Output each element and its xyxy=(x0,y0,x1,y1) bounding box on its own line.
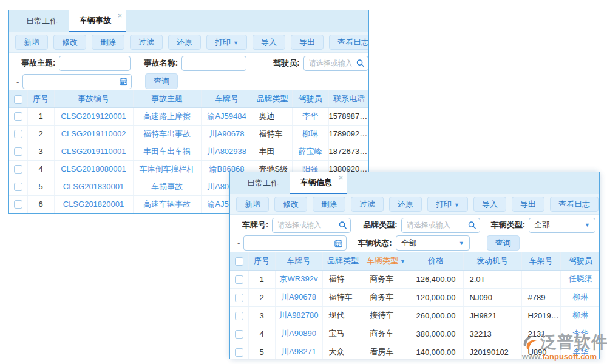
plate-link[interactable]: 川A90890 xyxy=(275,325,322,343)
view-log-button[interactable]: 查看日志 xyxy=(329,35,369,50)
vehicle-status-select[interactable]: 全部 ▼ xyxy=(396,235,470,251)
export-button[interactable]: 导出 xyxy=(512,197,544,212)
driver-link[interactable]: 柳琳 xyxy=(292,125,328,143)
row-checkbox[interactable] xyxy=(14,112,22,121)
filter-button[interactable]: 过滤 xyxy=(351,197,384,212)
filter-caret-icon[interactable]: ▼ xyxy=(400,258,405,265)
search-icon[interactable] xyxy=(356,59,364,67)
vehicle-type-select[interactable]: 全部 ▼ xyxy=(529,218,595,233)
edit-button[interactable]: 修改 xyxy=(274,197,307,212)
plate-label: 车牌号: xyxy=(242,220,268,231)
restore-button[interactable]: 还原 xyxy=(389,197,422,212)
tab-daily-work[interactable]: 日常工作 xyxy=(15,10,69,32)
driver-link[interactable]: 薛宝峰 xyxy=(292,143,328,160)
import-button[interactable]: 导入 xyxy=(253,35,285,50)
tab-vehicle-accident[interactable]: 车辆事故 × xyxy=(69,10,126,32)
add-button[interactable]: 新增 xyxy=(236,197,269,212)
query-button[interactable]: 查询 xyxy=(145,73,178,89)
row-checkbox[interactable] xyxy=(235,294,243,302)
plate-link[interactable]: 川A90678 xyxy=(275,288,322,306)
subject-link[interactable]: 高速路上摩擦 xyxy=(133,107,201,125)
calendar-icon[interactable] xyxy=(334,239,342,247)
driver-link[interactable]: 李华 xyxy=(560,343,600,359)
accident-no-link[interactable]: CLSG2018080001 xyxy=(54,160,133,178)
table-row[interactable]: 3 CLSG2019110001 丰田车出车祸 川A802938 丰田 薛宝峰 … xyxy=(9,143,369,160)
accident-name-input[interactable] xyxy=(181,56,246,71)
close-icon[interactable]: × xyxy=(339,174,343,181)
add-button[interactable]: 新增 xyxy=(15,35,48,50)
col-brand: 品牌类型 xyxy=(322,252,364,270)
filter-button[interactable]: 过滤 xyxy=(130,35,163,50)
row-checkbox[interactable] xyxy=(14,183,22,191)
table-row[interactable]: 2 川A90678 福特车 商务车 120,000.00 NJ090 #789 … xyxy=(230,288,600,306)
row-checkbox[interactable] xyxy=(235,348,243,357)
tab-vehicle-info[interactable]: 车辆信息 × xyxy=(290,172,347,194)
select-all-checkbox[interactable] xyxy=(14,95,22,104)
row-checkbox[interactable] xyxy=(235,312,243,320)
row-checkbox[interactable] xyxy=(235,275,243,284)
select-all-checkbox[interactable] xyxy=(235,257,243,266)
accident-table-header: 序号 事故编号 事故主题 车牌号 品牌类型 驾驶员 联系电话 xyxy=(9,90,369,107)
subject-input[interactable] xyxy=(59,56,130,71)
col-driver: 驾驶员 xyxy=(292,90,328,107)
print-button[interactable]: 打印▼ xyxy=(427,197,468,212)
vehicle-filters: 车牌号: 品牌类型: 车辆类型: 全部 ▼ xyxy=(230,215,599,252)
subject-link[interactable]: 车损事故 xyxy=(133,178,201,195)
row-checkbox[interactable] xyxy=(14,200,22,209)
table-row[interactable]: 3 川A982780 现代 接待车 260,000.00 JH9821 H201… xyxy=(230,306,600,325)
calendar-icon[interactable] xyxy=(120,78,127,86)
search-icon[interactable] xyxy=(339,221,347,229)
export-button[interactable]: 导出 xyxy=(291,35,324,50)
col-phone: 联系电话 xyxy=(328,90,369,107)
accident-tabbar: 日常工作 车辆事故 × xyxy=(9,10,368,32)
row-checkbox[interactable] xyxy=(14,130,22,138)
accident-no-link[interactable]: CLSG2019110001 xyxy=(54,143,133,160)
edit-button[interactable]: 修改 xyxy=(53,35,86,50)
vehicle-window: 日常工作 车辆信息 × 新增 修改 删除 过滤 还原 打印▼ 导入 导出 查看日… xyxy=(229,172,600,359)
driver-link[interactable]: 柳琳 xyxy=(560,288,600,306)
plate-link[interactable]: 川A802938 xyxy=(201,143,253,160)
print-button[interactable]: 打印▼ xyxy=(206,35,247,50)
search-icon[interactable] xyxy=(468,221,476,229)
plate-link[interactable]: 京WR392v xyxy=(275,270,322,288)
row-checkbox[interactable] xyxy=(235,330,243,339)
vehicle-date-input[interactable] xyxy=(243,235,347,251)
close-icon[interactable]: × xyxy=(118,12,122,19)
driver-link[interactable]: 李华 xyxy=(292,107,328,125)
plate-link[interactable]: 川A90678 xyxy=(201,125,253,143)
driver-link[interactable]: 任晓渠 xyxy=(560,270,600,288)
plate-link[interactable]: 渝AJ59484 xyxy=(201,107,253,125)
table-row[interactable]: 4 川A90890 宝马 商务车 380,000.00 32213 2131 李… xyxy=(230,325,600,343)
query-button[interactable]: 查询 xyxy=(487,235,520,251)
table-row[interactable]: 2 CLSG2019110002 福特车出事故 川A90678 福特车 柳琳 1… xyxy=(9,125,369,143)
plate-link[interactable]: 川A982780 xyxy=(275,306,322,325)
vehicle-type-label: 车辆类型: xyxy=(491,220,525,231)
subject-link[interactable]: 车库倒车撞栏杆 xyxy=(133,160,201,178)
table-row[interactable]: 1 CLSG2019120001 高速路上摩擦 渝AJ59484 奥迪 李华 1… xyxy=(9,107,369,125)
accident-no-link[interactable]: CLSG2019110002 xyxy=(54,125,133,143)
plate-link[interactable]: 川A98271 xyxy=(275,343,322,359)
subject-link[interactable]: 丰田车出车祸 xyxy=(133,143,201,160)
accident-date-input[interactable] xyxy=(22,74,132,89)
subject-link[interactable]: 高速车辆事故 xyxy=(133,195,201,213)
driver-link[interactable]: 李华 xyxy=(560,325,600,343)
col-vehicle-type-sorted[interactable]: 车辆类型▼ xyxy=(364,252,409,270)
tab-daily-work[interactable]: 日常工作 xyxy=(236,172,290,194)
restore-button[interactable]: 还原 xyxy=(168,35,201,50)
row-checkbox[interactable] xyxy=(14,147,22,156)
col-brand: 品牌类型 xyxy=(253,90,292,107)
vehicle-table: 序号 车牌号 品牌类型 车辆类型▼ 价格 发动机号 车架号 驾驶员 1 京WR3… xyxy=(230,252,600,359)
accident-no-link[interactable]: CLSG2019120001 xyxy=(54,107,133,125)
accident-no-link[interactable]: CLSG201820001 xyxy=(54,195,133,213)
table-row[interactable]: 1 京WR392v 福特 商务车 126,400.00 2.0T 任晓渠 xyxy=(230,270,600,288)
delete-button[interactable]: 删除 xyxy=(92,35,124,50)
row-checkbox[interactable] xyxy=(14,165,22,174)
vehicle-toolbar: 新增 修改 删除 过滤 还原 打印▼ 导入 导出 查看日志 xyxy=(230,194,599,215)
accident-no-link[interactable]: CLSG201830001 xyxy=(54,178,133,195)
delete-button[interactable]: 删除 xyxy=(313,197,345,212)
import-button[interactable]: 导入 xyxy=(473,197,506,212)
driver-link[interactable]: 柳琳 xyxy=(560,306,600,325)
table-row[interactable]: 5 川A98271 大众 看房车 140,000.00 J20190102 U8… xyxy=(230,343,600,359)
view-log-button[interactable]: 查看日志 xyxy=(550,197,599,212)
subject-link[interactable]: 福特车出事故 xyxy=(133,125,201,143)
